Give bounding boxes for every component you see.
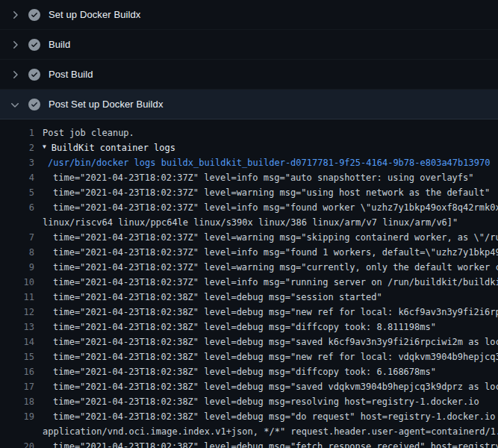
log-line: 13 ▼time="2021-04-23T18:02:38Z" level=de… xyxy=(0,320,498,335)
log-line: 8 ▼time="2021-04-23T18:02:37Z" level=inf… xyxy=(0,245,498,260)
log-line: 14 ▼time="2021-04-23T18:02:38Z" level=de… xyxy=(0,335,498,349)
log-line-number[interactable]: 2 xyxy=(0,140,34,155)
log-line: 12 ▼time="2021-04-23T18:02:38Z" level=de… xyxy=(0,305,498,320)
check-circle-icon xyxy=(28,69,40,81)
log-line-message: Post job cleanup. xyxy=(43,125,134,140)
log-line-message: time="2021-04-23T18:02:38Z" level=debug … xyxy=(53,320,436,335)
log-line: ▼application/vnd.oci.image.index.v1+json… xyxy=(0,424,498,439)
check-circle-icon xyxy=(28,39,40,51)
log-line-message: time="2021-04-23T18:02:37Z" level=warnin… xyxy=(53,260,498,275)
log-line: 5 ▼time="2021-04-23T18:02:37Z" level=war… xyxy=(0,185,498,200)
log-line-number[interactable]: 5 xyxy=(0,185,34,200)
log-line-number[interactable]: 12 xyxy=(0,305,34,320)
log-line-text: ▼time="2021-04-23T18:02:37Z" level=info … xyxy=(43,245,498,260)
log-line-number[interactable] xyxy=(0,424,34,439)
log-line-message: time="2021-04-23T18:02:37Z" level=warnin… xyxy=(53,185,490,200)
log-line-text: ▼time="2021-04-23T18:02:38Z" level=debug… xyxy=(43,349,498,364)
log-line-number[interactable]: 10 xyxy=(0,275,34,290)
log-line-number[interactable]: 16 xyxy=(0,364,34,379)
log-line-text: ▼time="2021-04-23T18:02:38Z" level=debug… xyxy=(43,305,498,320)
log-line-message: time="2021-04-23T18:02:37Z" level=info m… xyxy=(53,245,498,260)
log-line: 2 ▼BuildKit container logs xyxy=(0,140,498,155)
log-line: 17 ▼time="2021-04-23T18:02:38Z" level=de… xyxy=(0,379,498,394)
step-title: Post Set up Docker Buildx xyxy=(49,99,164,110)
step-header-3[interactable]: Post Set up Docker Buildx xyxy=(0,90,498,119)
actions-log-viewer: Set up Docker Buildx Build Post Build xyxy=(0,0,498,448)
log-line: 19 ▼time="2021-04-23T18:02:38Z" level=de… xyxy=(0,409,498,424)
log-line: 1 ▼Post job cleanup. xyxy=(0,125,498,140)
log-line-number[interactable]: 14 xyxy=(0,335,34,349)
step-header-1[interactable]: Build xyxy=(0,30,498,60)
log-line-number[interactable]: 13 xyxy=(0,320,34,335)
log-line-number[interactable]: 6 xyxy=(0,200,34,215)
log-line: 7 ▼time="2021-04-23T18:02:37Z" level=war… xyxy=(0,230,498,245)
log-line-text: ▼time="2021-04-23T18:02:38Z" level=debug… xyxy=(43,335,498,349)
log-line-number[interactable]: 8 xyxy=(0,245,34,260)
log-line: ▼linux/riscv64 linux/ppc64le linux/s390x… xyxy=(0,215,498,230)
log-line-number[interactable]: 18 xyxy=(0,394,34,409)
log-line-number[interactable]: 19 xyxy=(0,409,34,424)
log-line: 15 ▼time="2021-04-23T18:02:38Z" level=de… xyxy=(0,349,498,364)
chevron-icon xyxy=(9,99,21,111)
check-circle-icon xyxy=(28,9,40,21)
log-line-text: ▼time="2021-04-23T18:02:37Z" level=info … xyxy=(43,275,498,290)
log-line-message: time="2021-04-23T18:02:38Z" level=debug … xyxy=(53,364,436,379)
log-line-number[interactable]: 11 xyxy=(0,290,34,305)
log-line-number[interactable]: 7 xyxy=(0,230,34,245)
group-triangle-icon: ▼ xyxy=(43,140,46,155)
log-line-number[interactable]: 17 xyxy=(0,379,34,394)
step-header-2[interactable]: Post Build xyxy=(0,60,498,90)
chevron-icon xyxy=(9,39,21,51)
log-line-text: ▼time="2021-04-23T18:02:38Z" level=debug… xyxy=(43,320,436,335)
log-line-message: time="2021-04-23T18:02:38Z" level=debug … xyxy=(53,349,498,364)
log-panel: 1 ▼Post job cleanup. 2 ▼BuildKit contain… xyxy=(0,119,498,448)
log-line-message: time="2021-04-23T18:02:38Z" level=debug … xyxy=(53,305,498,320)
log-line-message: time="2021-04-23T18:02:37Z" level=info m… xyxy=(53,275,498,290)
log-line: 9 ▼time="2021-04-23T18:02:37Z" level=war… xyxy=(0,260,498,275)
log-line-number[interactable]: 3 xyxy=(0,155,34,170)
log-line-message: time="2021-04-23T18:02:38Z" level=debug … xyxy=(53,379,498,394)
log-line-text: ▼linux/riscv64 linux/ppc64le linux/s390x… xyxy=(43,215,458,230)
log-line-number[interactable]: 1 xyxy=(0,125,34,140)
log-line-message: time="2021-04-23T18:02:38Z" level=debug … xyxy=(53,394,479,409)
log-line: 10 ▼time="2021-04-23T18:02:37Z" level=in… xyxy=(0,275,498,290)
log-line-message: application/vnd.oci.image.index.v1+json,… xyxy=(43,424,498,439)
step-header-0[interactable]: Set up Docker Buildx xyxy=(0,0,498,30)
log-line: 4 ▼time="2021-04-23T18:02:37Z" level=inf… xyxy=(0,170,498,185)
log-line: 3 ▼/usr/bin/docker logs buildx_buildkit_… xyxy=(0,155,498,170)
log-line-text: ▼time="2021-04-23T18:02:38Z" level=debug… xyxy=(43,379,498,394)
log-line-number[interactable]: 9 xyxy=(0,260,34,275)
log-line-text: ▼time="2021-04-23T18:02:37Z" level=info … xyxy=(43,170,474,185)
log-line-text: ▼Post job cleanup. xyxy=(43,125,134,140)
log-line-message: time="2021-04-23T18:02:37Z" level=info m… xyxy=(53,200,498,215)
log-line-message: time="2021-04-23T18:02:38Z" level=debug … xyxy=(53,439,498,448)
log-line-number[interactable]: 20 xyxy=(0,439,34,448)
log-line: 6 ▼time="2021-04-23T18:02:37Z" level=inf… xyxy=(0,200,498,215)
log-line-message: time="2021-04-23T18:02:38Z" level=debug … xyxy=(53,409,498,424)
log-line-text: ▼time="2021-04-23T18:02:37Z" level=warni… xyxy=(43,230,498,245)
check-circle-icon xyxy=(28,99,40,111)
log-line: 16 ▼time="2021-04-23T18:02:38Z" level=de… xyxy=(0,364,498,379)
log-command-text: /usr/bin/docker logs buildx_buildkit_bui… xyxy=(48,155,490,170)
chevron-icon xyxy=(9,69,21,81)
log-line-text: ▼time="2021-04-23T18:02:38Z" level=debug… xyxy=(43,439,498,448)
log-line-number[interactable]: 4 xyxy=(0,170,34,185)
log-line-message: time="2021-04-23T18:02:37Z" level=info m… xyxy=(53,170,474,185)
log-line: 20 ▼time="2021-04-23T18:02:38Z" level=de… xyxy=(0,439,498,448)
log-line-text: ▼time="2021-04-23T18:02:37Z" level=warni… xyxy=(43,185,490,200)
log-line-number[interactable] xyxy=(0,215,34,230)
log-line: 11 ▼time="2021-04-23T18:02:38Z" level=de… xyxy=(0,290,498,305)
log-line-text: ▼time="2021-04-23T18:02:38Z" level=debug… xyxy=(43,394,479,409)
log-line: 18 ▼time="2021-04-23T18:02:38Z" level=de… xyxy=(0,394,498,409)
log-line-message: BuildKit container logs xyxy=(52,140,175,155)
log-line-text: ▼time="2021-04-23T18:02:37Z" level=warni… xyxy=(43,260,498,275)
steps-list: Set up Docker Buildx Build Post Build xyxy=(0,0,498,119)
step-title: Build xyxy=(49,39,70,50)
log-line-text: ▼application/vnd.oci.image.index.v1+json… xyxy=(43,424,498,439)
chevron-icon xyxy=(9,9,21,21)
log-line-number[interactable]: 15 xyxy=(0,349,34,364)
log-line-message: time="2021-04-23T18:02:38Z" level=debug … xyxy=(53,290,382,305)
log-line-message: time="2021-04-23T18:02:37Z" level=warnin… xyxy=(53,230,498,245)
log-group-toggle[interactable]: ▼BuildKit container logs xyxy=(43,140,175,155)
log-line-text: ▼time="2021-04-23T18:02:38Z" level=debug… xyxy=(43,364,436,379)
